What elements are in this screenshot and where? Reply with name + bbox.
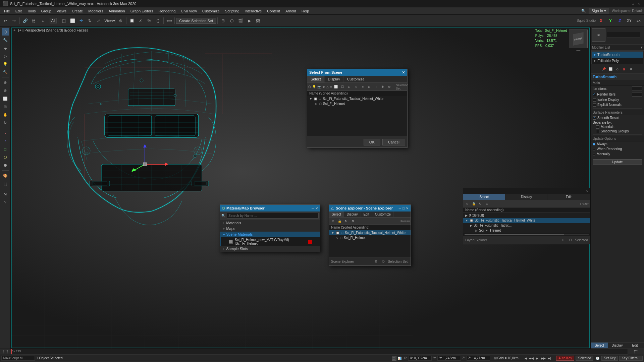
sub-obj-vertex[interactable]: •: [2, 129, 9, 137]
reference-coord-button[interactable]: View ▾: [106, 17, 114, 25]
set-key-button[interactable]: Set Key: [601, 356, 618, 361]
modifier-turbosmooth[interactable]: ▶ TurboSmooth: [592, 52, 643, 58]
sfs-cameras-button[interactable]: 📷: [317, 84, 321, 90]
panel-tab-edit[interactable]: Edit: [626, 343, 644, 348]
se-selection-icon[interactable]: ⊞: [373, 258, 379, 264]
se-right-item-3[interactable]: ▷ Sci_Fi_Helmet: [463, 228, 590, 233]
mb-material-item-0[interactable]: Sci_Fi_Helmet_new_MAT (VRayMtl) [Sci_Fi_…: [220, 237, 320, 246]
menu-arnold[interactable]: Arnold: [283, 8, 299, 14]
create-panel-button[interactable]: ⬡: [2, 28, 9, 36]
menu-create[interactable]: Create: [69, 8, 86, 14]
next-frame-button[interactable]: ▶▶: [541, 356, 546, 361]
axis-xy-button[interactable]: XY: [625, 17, 633, 25]
select-object-button[interactable]: ⬚: [60, 17, 68, 25]
panel-tab-select[interactable]: Select: [591, 343, 608, 348]
redo-button[interactable]: ↪: [10, 17, 18, 25]
se-right-close[interactable]: ✕: [586, 189, 589, 193]
menu-group[interactable]: Group: [38, 8, 54, 14]
select-from-scene-tab-display[interactable]: Display: [325, 76, 344, 82]
axis-yz-button[interactable]: ZX: [635, 17, 643, 25]
axis-y-button[interactable]: Y: [606, 17, 614, 25]
mod-make-unique[interactable]: ◇: [614, 66, 621, 72]
zoom-button[interactable]: ⊕: [2, 79, 9, 86]
scale-button[interactable]: ⤢: [95, 17, 103, 25]
modify-panel-button[interactable]: 🔧: [2, 36, 9, 44]
render-frame-button[interactable]: 🖼: [254, 17, 262, 25]
sfs-filter-button[interactable]: ▽: [353, 84, 359, 90]
ts-update-button[interactable]: Update: [593, 159, 642, 165]
zoom-all-button[interactable]: ⊕: [2, 87, 9, 94]
se-right-item-0[interactable]: ▶ 0 (default): [463, 213, 590, 218]
zoom-extents-button[interactable]: ⬜: [2, 95, 9, 102]
ts-iterations-input[interactable]: 0: [632, 86, 642, 91]
undo-button[interactable]: ↩: [1, 17, 9, 25]
select-from-scene-tab-customize[interactable]: Customize: [344, 76, 368, 82]
menu-interactive[interactable]: Interactive: [242, 8, 265, 14]
se-tab-select[interactable]: Select: [329, 212, 344, 217]
render-button[interactable]: ▶: [245, 17, 253, 25]
unlink-button[interactable]: ⛓: [30, 17, 38, 25]
smooth-result-checkbox[interactable]: [593, 116, 596, 120]
ts-render-iters-input[interactable]: 2: [632, 92, 642, 97]
create-selection-set-button[interactable]: Create Selection Set: [176, 18, 216, 24]
material-browser-close[interactable]: ✕: [315, 206, 318, 210]
scene-explorer-maximize[interactable]: □: [402, 206, 405, 210]
spinner-snap-button[interactable]: ⟨⟩: [154, 17, 162, 25]
orbit-button[interactable]: ↻: [2, 119, 9, 126]
link-button[interactable]: 🔗: [21, 17, 29, 25]
se-sync-button[interactable]: ↻: [343, 218, 349, 224]
timeline-left-nav[interactable]: ⬚: [0, 349, 11, 355]
selected-button[interactable]: Selected: [576, 356, 593, 361]
axis-x-button[interactable]: X: [597, 17, 605, 25]
sfs-invert-button[interactable]: ⊟: [346, 84, 352, 90]
selection-filter-label[interactable]: All: [50, 18, 57, 23]
se-right-sel-icon[interactable]: ⊞: [560, 237, 566, 243]
menu-views[interactable]: Views: [54, 8, 69, 14]
se-right-lock[interactable]: 🔒: [471, 201, 477, 207]
se-right-options[interactable]: ⊞: [484, 201, 490, 207]
axis-z-button[interactable]: Z: [616, 17, 624, 25]
percent-snap-button[interactable]: %: [145, 17, 153, 25]
sfs-shapes-button[interactable]: △: [326, 84, 329, 90]
menu-content[interactable]: Content: [264, 8, 283, 14]
mb-section-scene-materials[interactable]: − Scene Materials: [220, 232, 320, 237]
smoothing-groups-checkbox[interactable]: [596, 130, 599, 133]
sfs-bones-button[interactable]: ≡: [330, 84, 332, 90]
menu-graph-editors[interactable]: Graph Editors: [128, 8, 156, 14]
maximize-button[interactable]: □: [631, 1, 635, 6]
menu-tools[interactable]: Tools: [24, 8, 39, 14]
key-filters-button[interactable]: Key Filters...: [619, 356, 643, 361]
auto-key-button[interactable]: Auto Key: [556, 356, 575, 361]
panel-tab-display[interactable]: Display: [608, 343, 626, 348]
se-right-grp-icon[interactable]: ⬡: [568, 237, 574, 243]
update-manually-radio[interactable]: [593, 153, 595, 156]
go-start-button[interactable]: |◀: [523, 356, 528, 361]
se-right-filter[interactable]: ▽: [464, 201, 470, 207]
sfs-frozen-filter-button[interactable]: ⊛: [386, 84, 392, 90]
close-button[interactable]: ✕: [637, 1, 641, 6]
prev-frame-button[interactable]: ◀◀: [529, 356, 534, 361]
se-item-0[interactable]: ▼ 🔲 ⬡ Sci_Fi_Futuristic_Tactical_Helmet_…: [329, 230, 411, 235]
paint-deform-button[interactable]: 🎨: [2, 172, 9, 179]
maxscript-mini[interactable]: MAXScript Mi...: [1, 356, 35, 361]
swift-loop-button[interactable]: ⬚: [2, 180, 9, 187]
sfs-helpers-button[interactable]: ⊕: [322, 84, 325, 90]
menu-file[interactable]: File: [1, 8, 13, 14]
menu-rendering[interactable]: Rendering: [156, 8, 178, 14]
rotate-button[interactable]: ↻: [86, 17, 94, 25]
animate-mode-button[interactable]: ⬚: [392, 356, 396, 361]
se-item-1[interactable]: ▷ ⬡ Sci_Fi_Helmet: [329, 235, 411, 240]
sub-obj-element[interactable]: ⬢: [2, 162, 9, 169]
object-name-input[interactable]: Sci_Fi_Helmet: [607, 32, 640, 38]
mod-show-end-result[interactable]: ⬜: [608, 66, 614, 72]
modifier-dropdown-arrow[interactable]: ▾: [641, 45, 643, 50]
zoom-region-button[interactable]: ⊞: [2, 103, 9, 110]
motion-panel-button[interactable]: ▷: [2, 52, 9, 60]
play-button[interactable]: ▶: [535, 356, 540, 361]
select-from-scene-close[interactable]: ✕: [402, 70, 405, 75]
help-button[interactable]: ?: [2, 198, 9, 206]
scene-explorer-close[interactable]: ✕: [406, 206, 409, 210]
se-tab-customize[interactable]: Customize: [372, 212, 394, 217]
pivot-button[interactable]: ⊕: [117, 17, 125, 25]
go-end-button[interactable]: ▶|: [547, 356, 552, 361]
